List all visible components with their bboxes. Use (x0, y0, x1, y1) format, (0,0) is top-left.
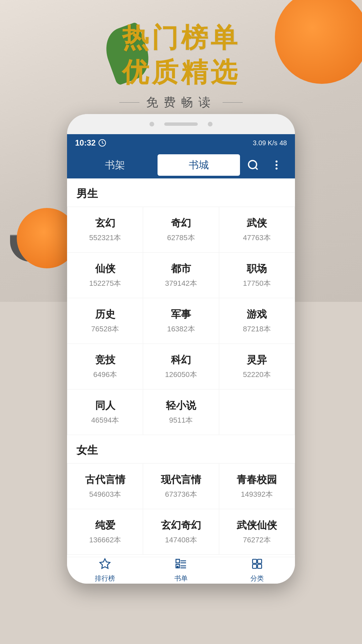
male-section: 男生 玄幻 552321本 奇幻 62785本 武侠 47763本 仙 (67, 178, 295, 435)
hero-title-1: 热门榜单 (0, 20, 362, 56)
svg-point-5 (276, 168, 278, 170)
category-qihuan[interactable]: 奇幻 62785本 (143, 207, 219, 253)
star-icon (99, 558, 111, 573)
category-xuanhuanqihuan[interactable]: 玄幻奇幻 147408本 (143, 509, 219, 555)
svg-rect-15 (257, 559, 261, 564)
status-time: 10:32 (75, 138, 96, 148)
list-icon: 3 (175, 558, 187, 573)
female-section: 女生 古代言情 549603本 现代言情 673736本 青春校园 149392… (67, 435, 295, 555)
nav-bookshelf[interactable]: 书架 (74, 152, 156, 178)
svg-rect-17 (257, 565, 261, 569)
tab-booklist-label: 书单 (174, 574, 188, 583)
phone-notch (67, 114, 295, 134)
category-tongren[interactable]: 同人 46594本 (67, 389, 143, 435)
male-section-header: 男生 (67, 178, 295, 207)
clock-icon (98, 139, 106, 147)
bottom-tab-bar: 排行榜 3 书单 (67, 557, 295, 584)
svg-rect-16 (252, 565, 256, 569)
svg-point-4 (276, 164, 278, 166)
search-button[interactable] (245, 157, 261, 173)
tab-booklist[interactable]: 3 书单 (143, 558, 219, 583)
status-left: 10:32 (75, 138, 106, 148)
hero-subtitle: 免费畅读 (0, 94, 362, 111)
nav-action-icons (241, 157, 288, 173)
svg-point-1 (249, 161, 257, 169)
female-category-grid: 古代言情 549603本 现代言情 673736本 青春校园 149392本 纯… (67, 463, 295, 555)
category-lingyi[interactable]: 灵异 52220本 (219, 344, 295, 389)
category-wuxiaxianxia[interactable]: 武侠仙侠 76272本 (219, 509, 295, 555)
category-xiandaiyangqing[interactable]: 现代言情 673736本 (143, 464, 219, 509)
svg-rect-7 (176, 559, 180, 563)
content-area: 男生 玄幻 552321本 奇幻 62785本 武侠 47763本 仙 (67, 178, 295, 557)
tab-ranking-label: 排行榜 (95, 574, 115, 583)
category-lishi[interactable]: 历史 76528本 (67, 298, 143, 344)
status-bar: 10:32 3.09 K/s 48 (67, 134, 295, 152)
category-qingxiaoshuo[interactable]: 轻小说 9511本 (143, 389, 219, 435)
category-chunai[interactable]: 纯爱 136662本 (67, 509, 143, 555)
category-xuanhuan[interactable]: 玄幻 552321本 (67, 207, 143, 253)
hero-title-2: 优质精选 (0, 55, 362, 91)
status-right: 3.09 K/s 48 (253, 139, 287, 147)
category-qingchunxiaoyuan[interactable]: 青春校园 149392本 (219, 464, 295, 509)
tab-category-label: 分类 (250, 574, 264, 583)
hero-section: 热门榜单 优质精选 免费畅读 (0, 20, 362, 111)
nav-bookstore[interactable]: 书城 (158, 154, 240, 176)
svg-marker-6 (100, 559, 110, 569)
phone-speaker (164, 122, 198, 126)
female-section-header: 女生 (67, 435, 295, 463)
category-kehuan[interactable]: 科幻 126050本 (143, 344, 219, 389)
svg-line-2 (255, 167, 258, 170)
phone-dot-left (149, 122, 154, 126)
category-xianxia[interactable]: 仙侠 152275本 (67, 253, 143, 298)
phone-dot-right (208, 122, 213, 126)
svg-point-3 (276, 161, 278, 163)
tab-category[interactable]: 分类 (219, 558, 295, 583)
category-empty (219, 389, 295, 435)
svg-text:3: 3 (177, 566, 178, 569)
phone-frame: 10:32 3.09 K/s 48 书架 书城 (67, 114, 295, 584)
network-speed: 3.09 K/s (253, 139, 277, 147)
more-icon (270, 159, 283, 171)
grid-icon (251, 558, 263, 573)
navigation-bar: 书架 书城 (67, 152, 295, 178)
tab-ranking[interactable]: 排行榜 (67, 558, 143, 583)
category-gudaiyanqing[interactable]: 古代言情 549603本 (67, 464, 143, 509)
category-dushi[interactable]: 都市 379142本 (143, 253, 219, 298)
search-icon (247, 159, 259, 171)
more-button[interactable] (268, 157, 285, 173)
category-zhichang[interactable]: 职场 17750本 (219, 253, 295, 298)
category-wuxia[interactable]: 武侠 47763本 (219, 207, 295, 253)
category-youxi[interactable]: 游戏 87218本 (219, 298, 295, 344)
male-category-grid: 玄幻 552321本 奇幻 62785本 武侠 47763本 仙侠 152275… (67, 207, 295, 435)
battery-level: 48 (280, 139, 287, 147)
category-junshi[interactable]: 军事 16382本 (143, 298, 219, 344)
category-jingji[interactable]: 竞技 6496本 (67, 344, 143, 389)
svg-rect-14 (252, 559, 256, 564)
